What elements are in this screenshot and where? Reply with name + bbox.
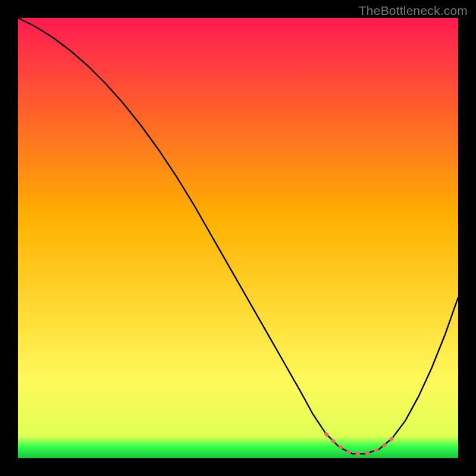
gradient-background [18,18,458,458]
chart-frame: TheBottleneck.com [0,0,476,476]
bottleneck-chart [18,18,458,458]
chart-svg [18,18,458,458]
watermark-text: TheBottleneck.com [359,4,468,18]
